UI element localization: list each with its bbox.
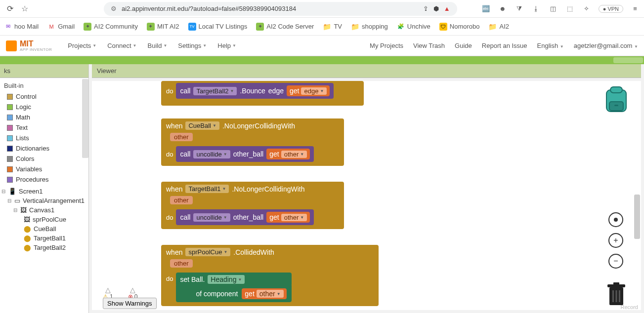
share-icon[interactable]: ⇪ xyxy=(423,5,429,12)
browser-toolbar: ⟳ ☆ ⚙ ai2.appinventor.mit.edu/?autoload=… xyxy=(0,0,644,18)
zoom-in-button[interactable]: + xyxy=(608,233,623,248)
collapse-up-icon[interactable]: △ xyxy=(105,286,111,293)
drawer-procedures[interactable]: Procedures xyxy=(0,174,88,185)
get-edge-block[interactable]: get edge▼ xyxy=(287,85,330,96)
menu-build[interactable]: Build▼ xyxy=(148,42,168,49)
drawer-lists[interactable]: Lists xyxy=(0,133,88,143)
dropdown-uncollide[interactable]: uncollide▼ xyxy=(193,213,230,222)
bookmark-icon[interactable]: ☆ xyxy=(19,3,31,15)
svg-rect-7 xyxy=(612,290,614,302)
record-label: Record xyxy=(621,304,638,310)
component-targetball2[interactable]: ⬤TargetBall2 xyxy=(0,243,88,252)
bookmark-tv-folder[interactable]: 📁TV xyxy=(323,23,342,31)
menu-language[interactable]: English ▼ xyxy=(537,42,564,49)
wallet-icon[interactable]: ⬚ xyxy=(565,4,575,14)
bookmark-ai2-folder[interactable]: 📁AI2 xyxy=(488,23,509,31)
menu-account[interactable]: agetzler@gmail.com ▼ xyxy=(574,42,638,49)
dropdown-sprpoolcue[interactable]: sprPoolCue▼ xyxy=(185,248,230,256)
dropdown-heading[interactable]: Heading▼ xyxy=(208,275,245,284)
bookmark-ai2-code-server[interactable]: ✦AI2 Code Server xyxy=(256,23,314,31)
call-bounce-block[interactable]: call TargetBall2▼ .Bounce edge get edge▼ xyxy=(176,83,334,99)
component-canvas[interactable]: ⊟🖼Canvas1 xyxy=(0,205,88,215)
param-other[interactable]: other xyxy=(170,196,193,204)
blocks-palette: ks Built-in Control Logic Math Text List… xyxy=(0,64,89,313)
param-other[interactable]: other xyxy=(170,133,193,141)
drawer-text[interactable]: Text xyxy=(0,122,88,133)
builtin-header[interactable]: Built-in xyxy=(0,80,88,91)
viewer-header: Viewer xyxy=(92,64,641,78)
bookmarks-bar: ✉hoo Mail MGmail ✦AI2 Community ✦MIT AI2… xyxy=(0,18,644,36)
bookmark-ai2-community[interactable]: ✦AI2 Community xyxy=(84,23,138,31)
get-other-block[interactable]: get other▼ xyxy=(266,212,310,223)
drawer-logic[interactable]: Logic xyxy=(0,102,88,112)
address-bar[interactable]: ⚙ ai2.appinventor.mit.edu/?autoload=fals… xyxy=(104,2,457,16)
svg-rect-3 xyxy=(614,105,618,106)
event-sprpoolcue-collidedwith[interactable]: when sprPoolCue▼ .CollidedWith other do … xyxy=(161,245,379,306)
event-cueball-nolongercolliding[interactable]: when CueBall▼ .NoLongerCollidingWith oth… xyxy=(161,118,344,166)
leo-icon[interactable]: ✧ xyxy=(582,4,592,14)
bookmark-mit-ai2[interactable]: ✦MIT AI2 xyxy=(147,23,179,31)
bookmark-shopping-folder[interactable]: 📁shopping xyxy=(351,23,388,31)
bookmark-nomorobo[interactable]: 🛡Nomorobo xyxy=(439,23,480,31)
backpack-icon[interactable] xyxy=(603,85,629,114)
drawer-dictionaries[interactable]: Dictionaries xyxy=(0,143,88,154)
menu-projects[interactable]: Projects▼ xyxy=(68,42,96,49)
brave-rewards-icon[interactable]: ▲ xyxy=(444,5,450,12)
dropdown-cueball[interactable]: CueBall▼ xyxy=(185,121,219,130)
downloads-icon[interactable]: ⭳ xyxy=(531,4,541,14)
component-targetball1[interactable]: ⬤TargetBall1 xyxy=(0,234,88,243)
palette-scrollbar[interactable] xyxy=(82,79,88,158)
link-view-trash[interactable]: View Trash xyxy=(413,42,445,49)
menu-icon[interactable]: ≡ xyxy=(630,4,640,14)
get-other-block[interactable]: get other▼ xyxy=(266,149,310,159)
menu-settings[interactable]: Settings▼ xyxy=(178,42,207,49)
component-vertical-arrangement[interactable]: ⊟▭VerticalArrangement1 xyxy=(0,196,88,205)
bookmark-local-tv[interactable]: TVLocal TV Listings xyxy=(188,23,248,31)
translate-icon[interactable]: 🔤 xyxy=(481,4,491,14)
drawer-variables[interactable]: Variables xyxy=(0,164,88,174)
appinventor-topbar: MITAPP INVENTOR Projects▼ Connect▼ Build… xyxy=(0,36,644,56)
appinventor-logo[interactable]: MITAPP INVENTOR xyxy=(0,40,58,52)
collapse-up-icon[interactable]: △ xyxy=(130,286,135,293)
dropdown-targetball2[interactable]: TargetBall2▼ xyxy=(193,87,237,95)
get-other-block[interactable]: get other▼ xyxy=(242,288,286,299)
zoom-out-button[interactable]: − xyxy=(608,254,623,269)
event-block-edgereached[interactable]: do call TargetBall2▼ .Bounce edge get ed… xyxy=(161,81,364,106)
event-targetball1-nolongercolliding[interactable]: when TargetBall1▼ .NoLongerCollidingWith… xyxy=(161,182,344,229)
viewer-scrollbar[interactable] xyxy=(634,195,640,239)
component-sprpoolcue[interactable]: 🖼sprPoolCue xyxy=(0,215,88,224)
call-uncollide-block[interactable]: call uncollide▼ other_ball get other▼ xyxy=(176,146,314,162)
dropdown-targetball1[interactable]: TargetBall1▼ xyxy=(185,185,229,193)
reload-icon[interactable]: ⟳ xyxy=(4,3,16,15)
menu-help[interactable]: Help▼ xyxy=(217,42,236,49)
extensions-icon[interactable]: ⧩ xyxy=(515,4,524,14)
drawer-colors[interactable]: Colors xyxy=(0,154,88,164)
svg-rect-8 xyxy=(616,290,617,302)
menu-connect[interactable]: Connect▼ xyxy=(107,42,136,49)
link-report-issue[interactable]: Report an Issue xyxy=(482,42,527,49)
bookmark-yahoo-mail[interactable]: ✉hoo Mail xyxy=(4,23,39,31)
blocks-canvas[interactable]: do call TargetBall2▼ .Bounce edge get ed… xyxy=(92,81,641,310)
link-my-projects[interactable]: My Projects xyxy=(370,42,403,49)
component-screen1[interactable]: ⊟📱Screen1 xyxy=(0,187,88,196)
brave-shield-icon[interactable]: ⬢ xyxy=(433,5,439,12)
trash-icon[interactable] xyxy=(606,282,626,306)
svg-rect-9 xyxy=(619,290,620,302)
bookmark-unchive[interactable]: 🧩Unchive xyxy=(397,23,430,31)
center-view-button[interactable] xyxy=(608,212,623,227)
link-guide[interactable]: Guide xyxy=(455,42,472,49)
bookmark-gmail[interactable]: MGmail xyxy=(47,23,75,31)
dropdown-uncollide[interactable]: uncollide▼ xyxy=(193,150,230,158)
svg-rect-1 xyxy=(610,87,622,93)
site-settings-icon[interactable]: ⚙ xyxy=(111,5,117,12)
param-other[interactable]: other xyxy=(170,259,193,268)
drawer-math[interactable]: Math xyxy=(0,112,88,122)
drawer-control[interactable]: Control xyxy=(0,91,88,102)
profile-icon[interactable]: ☻ xyxy=(498,4,508,14)
show-warnings-button[interactable]: Show Warnings xyxy=(103,298,157,309)
sidepanel-icon[interactable]: ◫ xyxy=(548,4,558,14)
set-heading-block[interactable]: set Ball. Heading▼ xyxy=(176,273,291,286)
component-cueball[interactable]: ⬤CueBall xyxy=(0,224,88,234)
call-uncollide-block[interactable]: call uncollide▼ other_ball get other▼ xyxy=(176,209,314,225)
vpn-button[interactable]: ● VPN xyxy=(599,5,623,13)
